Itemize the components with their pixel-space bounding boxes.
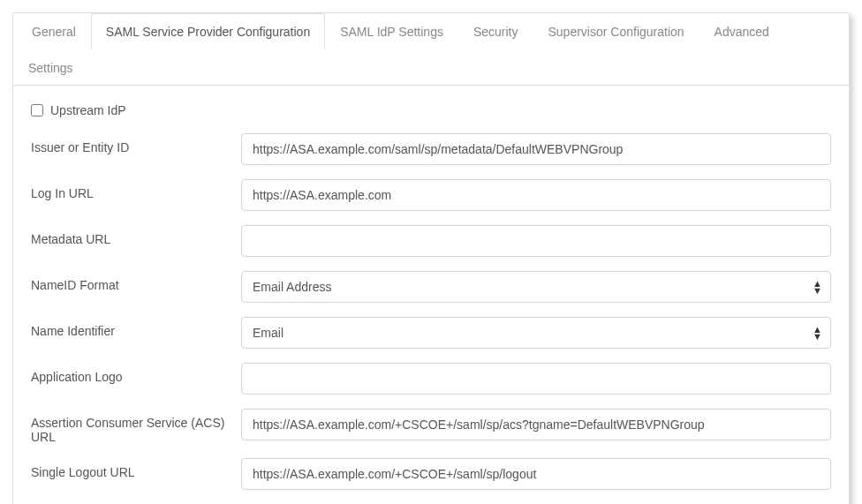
acs-url-input[interactable] — [241, 409, 831, 440]
form-body: Upstream IdP Issuer or Entity ID Log In … — [13, 86, 849, 504]
slo-url-input[interactable] — [241, 458, 831, 490]
tab-saml-sp-config[interactable]: SAML Service Provider Configuration — [91, 13, 325, 50]
upstream-idp-checkbox[interactable] — [31, 104, 43, 117]
name-identifier-label: Name Identifier — [31, 317, 241, 338]
app-logo-label: Application Logo — [31, 363, 241, 384]
login-url-input[interactable] — [241, 179, 831, 211]
acs-url-label: Assertion Consumer Service (ACS) URL — [31, 409, 241, 444]
config-panel: General SAML Service Provider Configurat… — [12, 12, 850, 504]
app-logo-input[interactable] — [241, 363, 831, 395]
name-identifier-select[interactable]: Email — [241, 317, 831, 349]
tab-advanced[interactable]: Advanced — [699, 13, 784, 50]
nameid-format-label: NameID Format — [31, 271, 241, 292]
issuer-input[interactable] — [241, 133, 831, 165]
tab-general[interactable]: General — [17, 13, 91, 50]
metadata-url-label: Metadata URL — [31, 225, 241, 246]
tab-supervisor-config[interactable]: Supervisor Configuration — [533, 13, 699, 50]
tab-bar: General SAML Service Provider Configurat… — [13, 13, 849, 86]
slo-url-label: Single Logout URL — [31, 458, 241, 479]
tab-settings[interactable]: Settings — [13, 49, 88, 86]
login-url-label: Log In URL — [31, 179, 241, 200]
issuer-label: Issuer or Entity ID — [31, 133, 241, 154]
nameid-format-select[interactable]: Email Address — [241, 271, 831, 303]
tab-saml-idp-settings[interactable]: SAML IdP Settings — [325, 13, 458, 50]
upstream-idp-label: Upstream IdP — [50, 103, 126, 117]
metadata-url-input[interactable] — [241, 225, 831, 257]
upstream-idp-row: Upstream IdP — [31, 103, 831, 117]
tab-security[interactable]: Security — [458, 13, 533, 50]
